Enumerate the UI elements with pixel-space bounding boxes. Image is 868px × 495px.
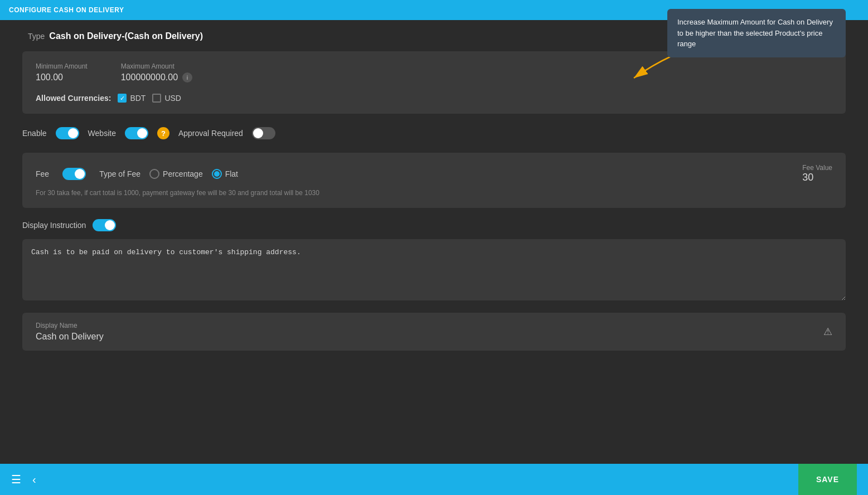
- type-of-fee-label: Type of Fee: [99, 169, 140, 178]
- max-amount-info-icon[interactable]: i: [182, 72, 192, 82]
- help-icon[interactable]: ?: [157, 127, 169, 139]
- display-instruction-toggle-thumb: [105, 220, 115, 230]
- fee-top-row: Fee Type of Fee Percentage Flat Fee Valu: [36, 164, 832, 183]
- radio-percentage[interactable]: Percentage: [149, 169, 203, 179]
- main-content: Type Cash on Delivery-(Cash on Delivery)…: [0, 20, 868, 362]
- amount-row: Minimum Amount 100.00 Maximum Amount 100…: [36, 62, 832, 82]
- bdt-label: BDT: [130, 94, 146, 103]
- display-name-inner: Display Name Cash on Delivery: [36, 322, 104, 342]
- enable-toggle-track: [56, 127, 79, 139]
- flat-radio[interactable]: [212, 169, 222, 179]
- approval-label: Approval Required: [178, 129, 243, 138]
- fee-toggle[interactable]: [62, 168, 86, 180]
- approval-toggle-track: [252, 127, 275, 139]
- display-instruction-label: Display Instruction: [22, 221, 86, 230]
- website-label: Website: [88, 129, 116, 138]
- flat-label: Flat: [225, 169, 238, 178]
- enable-row: Enable Website ? Approval Required: [22, 125, 846, 142]
- usd-checkbox[interactable]: [152, 94, 161, 103]
- approval-toggle-thumb: [253, 128, 263, 138]
- tooltip-text: Increase Maximum Amount for Cash on Deli…: [677, 18, 833, 48]
- website-toggle-thumb: [137, 128, 147, 138]
- enable-toggle[interactable]: [56, 127, 79, 139]
- min-amount-field: Minimum Amount 100.00: [36, 62, 88, 82]
- fee-value-num: 30: [802, 172, 832, 183]
- website-toggle[interactable]: [125, 127, 148, 139]
- tooltip-box: Increase Maximum Amount for Cash on Deli…: [667, 9, 846, 57]
- save-button[interactable]: SAVE: [798, 464, 857, 495]
- usd-label: USD: [164, 94, 181, 103]
- fee-type-section: Type of Fee Percentage Flat: [99, 169, 789, 179]
- min-amount-label: Minimum Amount: [36, 62, 88, 70]
- display-instruction-toggle-track: [93, 219, 116, 231]
- display-instruction-row: Display Instruction: [22, 219, 846, 231]
- type-value: Cash on Delivery-(Cash on Delivery): [49, 31, 203, 41]
- percentage-label: Percentage: [163, 169, 203, 178]
- amount-panel: Minimum Amount 100.00 Maximum Amount 100…: [22, 51, 846, 114]
- max-amount-label: Maximum Amount: [121, 62, 192, 70]
- display-name-panel: Display Name Cash on Delivery ⚠: [22, 313, 846, 351]
- bdt-checkbox[interactable]: [118, 94, 127, 103]
- max-amount-value: 100000000.00: [121, 72, 178, 82]
- website-toggle-track: [125, 127, 148, 139]
- currency-usd[interactable]: USD: [152, 94, 181, 103]
- min-amount-value: 100.00: [36, 72, 88, 82]
- enable-toggle-thumb: [68, 128, 78, 138]
- approval-toggle[interactable]: [252, 127, 275, 139]
- bottom-left: ☰ ‹: [11, 473, 36, 486]
- back-icon[interactable]: ‹: [32, 473, 36, 486]
- fee-toggle-thumb: [75, 169, 85, 179]
- currencies-row: Allowed Currencies: BDT USD: [36, 94, 832, 103]
- warning-icon: ⚠: [823, 326, 832, 338]
- max-amount-field: Maximum Amount 100000000.00 i: [121, 62, 192, 82]
- instruction-textarea[interactable]: Cash is to be paid on delivery to custom…: [22, 239, 846, 300]
- enable-label: Enable: [22, 129, 47, 138]
- top-bar-title: CONFIGURE CASH ON DELIVERY: [9, 6, 124, 14]
- radio-flat[interactable]: Flat: [212, 169, 238, 179]
- fee-value-label: Fee Value: [802, 164, 832, 172]
- currency-bdt[interactable]: BDT: [118, 94, 146, 103]
- currencies-label: Allowed Currencies:: [36, 94, 111, 103]
- display-instruction-toggle[interactable]: [93, 219, 116, 231]
- bottom-bar: ☰ ‹ SAVE: [0, 464, 868, 495]
- hamburger-icon[interactable]: ☰: [11, 473, 21, 486]
- display-name-label: Display Name: [36, 322, 104, 329]
- fee-value-section: Fee Value 30: [802, 164, 832, 183]
- max-amount-row: 100000000.00 i: [121, 72, 192, 82]
- percentage-radio[interactable]: [149, 169, 159, 179]
- type-label: Type: [28, 32, 45, 41]
- fee-label: Fee: [36, 169, 49, 178]
- fee-toggle-track: [62, 168, 86, 180]
- display-name-value: Cash on Delivery: [36, 332, 104, 342]
- fee-note: For 30 taka fee, if cart total is 1000, …: [36, 189, 832, 197]
- fee-panel: Fee Type of Fee Percentage Flat Fee Valu: [22, 153, 846, 208]
